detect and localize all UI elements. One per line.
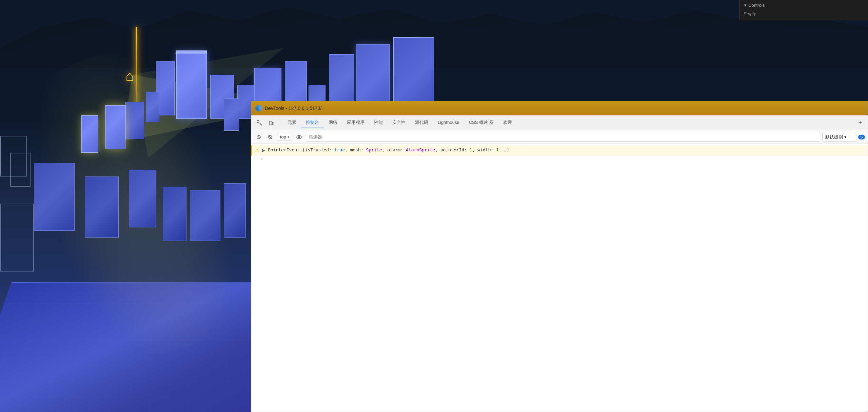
tab-console[interactable]: 控制台 [301,117,324,128]
settings-button[interactable] [265,132,275,142]
building-1 [176,51,207,119]
tab-performance[interactable]: 性能 [369,117,388,128]
log-level-label: 默认级别 [825,134,843,140]
context-value: top [280,134,286,139]
building-glow-2 [81,115,98,153]
log-level-selector[interactable]: 默认级别 ▾ [822,133,856,142]
console-toolbar: top ▾ 默认级别 ▾ 5 [251,130,868,144]
toolbar-separator-1 [280,119,280,127]
add-tab-button[interactable]: + [855,118,865,128]
devtools-titlebar: DevTools - 127.0.0.1:5173/ [251,101,868,115]
building-fg-1 [34,163,75,231]
browser-favicon [255,105,262,112]
filter-input-wrapper [306,133,820,142]
comma-2: , alarm: [382,147,406,152]
building-fg-5 [190,190,220,241]
log-level-arrow-icon: ▾ [844,134,847,139]
pointer-event-label: PointerEvent {isTrusted: [268,147,334,152]
tab-network[interactable]: 网络 [324,117,342,128]
tab-application[interactable]: 应用程序 [342,117,369,128]
device-emulation-button[interactable] [266,117,277,128]
message-count-badge: 5 [858,135,865,139]
tab-css-overview[interactable]: CSS 概述 及 [464,117,498,128]
tab-security[interactable]: 安全性 [388,117,410,128]
building-5 [146,92,159,122]
building-7 [224,98,239,131]
house-icon: ⌂ [125,68,134,84]
devtools-panel: DevTools - 127.0.0.1:5173/ 元素 控制台 网络 应用程… [251,101,868,412]
warning-icon: ⚠ [255,147,259,154]
console-message-text: PointerEvent {isTrusted: true, mesh: Spr… [268,147,509,153]
clear-console-button[interactable] [254,132,263,142]
comma-3: , pointerId: [435,147,470,152]
comma-5: , …} [499,147,509,152]
controls-chevron-icon: ▼ [744,3,747,7]
building-glow-1 [105,105,125,149]
inspect-element-button[interactable] [254,117,265,128]
building-1-top [176,50,207,54]
building-fg-4 [163,187,186,241]
value-sprite: Sprite [366,147,382,152]
building-fg-2 [85,176,119,238]
expand-arrow-icon: ▶ [262,147,265,153]
building-wire-2 [10,153,31,187]
tab-elements[interactable]: 元素 [283,117,301,128]
building-fg-6 [224,183,246,238]
devtools-main-toolbar: 元素 控制台 网络 应用程序 性能 安全性 源代码 Lighthouse CSS… [251,115,868,130]
comma-1: , mesh: [345,147,366,152]
value-alarmsprite: AlarmSprite [406,147,435,152]
tab-welcome[interactable]: 欢迎 [498,117,517,128]
controls-header: ▼ Controls [744,3,864,8]
devtools-title: DevTools - 127.0.0.1:5173/ [265,106,321,111]
building-fg-3 [129,170,156,227]
console-content[interactable]: ⚠ ▶ PointerEvent {isTrusted: true, mesh:… [251,144,868,412]
controls-panel: ▼ Controls Empty [739,0,868,20]
console-expand-row[interactable]: › [251,156,868,162]
svg-point-12 [298,136,300,138]
value-1: 1 [470,147,472,152]
value-width: 1 [496,147,499,152]
tab-sources[interactable]: 源代码 [410,117,433,128]
svg-rect-3 [257,120,259,123]
devtools-tabs: 元素 控制台 网络 应用程序 性能 安全性 源代码 Lighthouse CSS… [283,117,854,128]
console-row-warning[interactable]: ⚠ ▶ PointerEvent {isTrusted: true, mesh:… [251,145,868,156]
value-true: true [334,147,345,152]
context-selector[interactable]: top ▾ [277,133,292,141]
controls-title: Controls [748,3,765,8]
second-row-arrow-icon: › [261,156,263,161]
building-6 [125,102,144,139]
comma-4: , width: [472,147,496,152]
svg-line-4 [260,123,262,125]
eye-button[interactable] [294,132,304,142]
svg-line-8 [258,136,260,138]
building-wire-3 [0,204,34,271]
filter-input[interactable] [309,134,817,139]
svg-rect-6 [272,122,274,125]
controls-empty-label: Empty [744,10,864,18]
svg-rect-5 [269,121,272,125]
tab-lighthouse[interactable]: Lighthouse [433,118,464,128]
context-arrow-icon: ▾ [288,135,289,139]
